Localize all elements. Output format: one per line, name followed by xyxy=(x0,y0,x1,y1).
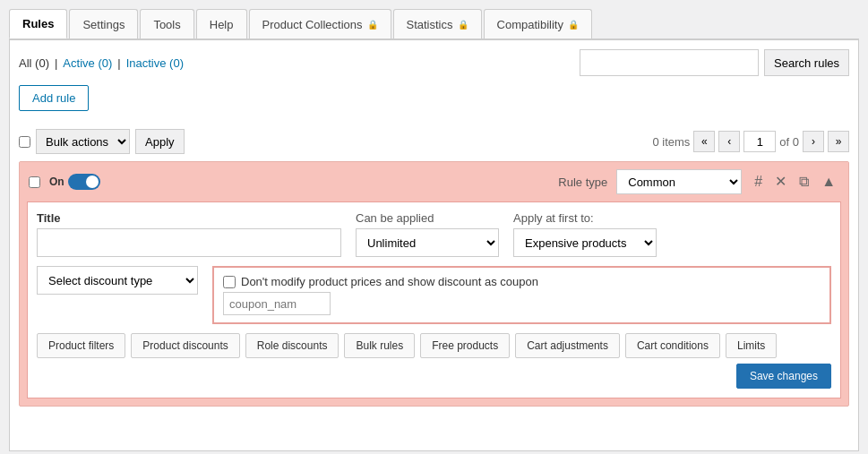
bulk-row: Bulk actions Apply 0 items « ‹ of 0 › » xyxy=(19,129,849,154)
filter-left: All (0) | Active (0) | Inactive (0) xyxy=(19,56,184,70)
rule-close-button[interactable]: ✕ xyxy=(771,173,790,191)
bulk-actions-select[interactable]: Bulk actions xyxy=(36,129,130,154)
tab-settings-label: Settings xyxy=(82,18,125,31)
rule-type-select[interactable]: Common xyxy=(616,169,742,194)
bulk-rules-button[interactable]: Bulk rules xyxy=(344,333,415,358)
bulk-left: Bulk actions Apply xyxy=(19,129,185,154)
tab-rules[interactable]: Rules xyxy=(9,9,67,39)
title-group: Title xyxy=(37,211,341,257)
rule-collapse-button[interactable]: ▲ xyxy=(818,173,839,191)
tab-compatibility[interactable]: Compatibility 🔒 xyxy=(484,9,592,39)
apply-first-group: Apply at first to: Expensive products xyxy=(513,211,657,257)
rule-fields-row: Title Can be applied Unlimited Apply at … xyxy=(37,211,831,257)
separator2: | xyxy=(117,56,120,70)
rule-body: Title Can be applied Unlimited Apply at … xyxy=(27,201,841,398)
rule-copy-button[interactable]: ⧉ xyxy=(795,173,812,191)
all-filter-label: All (0) xyxy=(19,56,49,70)
rule-bottom-row: Select discount type Don't modify produc… xyxy=(37,266,831,324)
rule-card: On Rule type Common # ✕ ⧉ ▲ xyxy=(19,161,849,407)
cart-adjustments-button[interactable]: Cart adjustments xyxy=(515,333,620,358)
toggle-wrapper: On xyxy=(49,174,100,190)
items-count: 0 items xyxy=(652,135,690,149)
applied-group: Can be applied Unlimited xyxy=(356,211,499,257)
rule-type-label: Rule type xyxy=(558,176,607,189)
coupon-row: Don't modify product prices and show dis… xyxy=(223,275,821,288)
tab-help[interactable]: Help xyxy=(196,9,247,39)
filter-right: Search rules xyxy=(580,49,849,76)
tab-help-label: Help xyxy=(210,18,234,31)
tab-compatibility-label: Compatibility xyxy=(497,18,563,31)
role-discounts-button[interactable]: Role discounts xyxy=(245,333,339,358)
pager-first-button[interactable]: « xyxy=(693,131,715,152)
product-discounts-button[interactable]: Product discounts xyxy=(131,333,239,358)
inactive-filter-link[interactable]: Inactive (0) xyxy=(126,56,184,70)
apply-first-label: Apply at first to: xyxy=(513,211,657,225)
search-input[interactable] xyxy=(580,49,759,76)
add-rule-row: Add rule xyxy=(19,85,849,120)
filter-row: All (0) | Active (0) | Inactive (0) Sear… xyxy=(19,49,849,76)
tab-settings[interactable]: Settings xyxy=(69,9,138,39)
page-of-label: of 0 xyxy=(779,135,799,149)
toggle-label: On xyxy=(49,176,64,188)
rule-actions: # ✕ ⧉ ▲ xyxy=(751,173,839,191)
coupon-name-input[interactable] xyxy=(223,292,331,315)
discount-type-select[interactable]: Select discount type xyxy=(37,266,198,295)
pager-next-button[interactable]: › xyxy=(803,131,824,152)
tab-rules-label: Rules xyxy=(22,17,54,30)
coupon-box: Don't modify product prices and show dis… xyxy=(212,266,831,324)
rule-header: On Rule type Common # ✕ ⧉ ▲ xyxy=(20,162,848,201)
pager-last-button[interactable]: » xyxy=(828,131,849,152)
save-changes-button[interactable]: Save changes xyxy=(736,364,831,389)
can-be-applied-select[interactable]: Unlimited xyxy=(356,228,499,257)
free-products-button[interactable]: Free products xyxy=(420,333,510,358)
tab-statistics-label: Statistics xyxy=(407,18,453,31)
active-filter-link[interactable]: Active (0) xyxy=(63,56,112,70)
pager-page-input[interactable] xyxy=(743,131,776,152)
content-area: All (0) | Active (0) | Inactive (0) Sear… xyxy=(9,39,859,451)
tab-statistics[interactable]: Statistics 🔒 xyxy=(393,9,482,39)
rule-checkbox[interactable] xyxy=(29,176,40,188)
select-all-checkbox[interactable] xyxy=(19,136,30,148)
cart-conditions-button[interactable]: Cart conditions xyxy=(625,333,720,358)
bulk-apply-button[interactable]: Apply xyxy=(135,129,185,154)
limits-button[interactable]: Limits xyxy=(726,333,777,358)
title-label: Title xyxy=(37,211,341,225)
action-buttons-row: Product filters Product discounts Role d… xyxy=(37,333,831,389)
rule-toggle[interactable] xyxy=(68,174,100,190)
rule-hash-button[interactable]: # xyxy=(751,173,766,191)
page-wrapper: Rules Settings Tools Help Product Collec… xyxy=(0,0,868,454)
title-input[interactable] xyxy=(37,228,341,257)
statistics-lock-icon: 🔒 xyxy=(458,20,468,30)
can-be-applied-label: Can be applied xyxy=(356,211,499,225)
tab-product-collections-label: Product Collections xyxy=(262,18,363,31)
rule-header-right: Rule type Common # ✕ ⧉ ▲ xyxy=(558,169,839,194)
product-collections-lock-icon: 🔒 xyxy=(367,20,378,30)
apply-first-select[interactable]: Expensive products xyxy=(513,228,657,257)
bulk-right: 0 items « ‹ of 0 › » xyxy=(652,131,849,152)
add-rule-button[interactable]: Add rule xyxy=(19,85,89,111)
coupon-text: Don't modify product prices and show dis… xyxy=(241,275,538,288)
search-button[interactable]: Search rules xyxy=(764,49,849,76)
tab-tools[interactable]: Tools xyxy=(140,9,193,39)
tab-tools-label: Tools xyxy=(153,18,180,31)
coupon-checkbox[interactable] xyxy=(223,276,236,288)
product-filters-button[interactable]: Product filters xyxy=(37,333,125,358)
pager-prev-button[interactable]: ‹ xyxy=(718,131,740,152)
separator1: | xyxy=(55,56,57,70)
compatibility-lock-icon: 🔒 xyxy=(568,20,579,30)
tabs-bar: Rules Settings Tools Help Product Collec… xyxy=(9,9,859,39)
tab-product-collections[interactable]: Product Collections 🔒 xyxy=(249,9,391,39)
